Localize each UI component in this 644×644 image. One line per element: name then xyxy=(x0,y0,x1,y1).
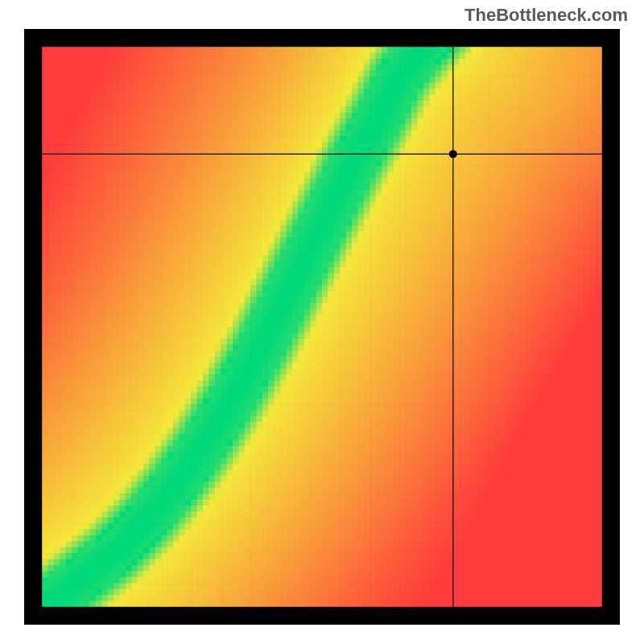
watermark-text: TheBottleneck.com xyxy=(464,5,628,26)
heatmap-canvas xyxy=(24,29,620,625)
chart-area xyxy=(24,29,620,625)
